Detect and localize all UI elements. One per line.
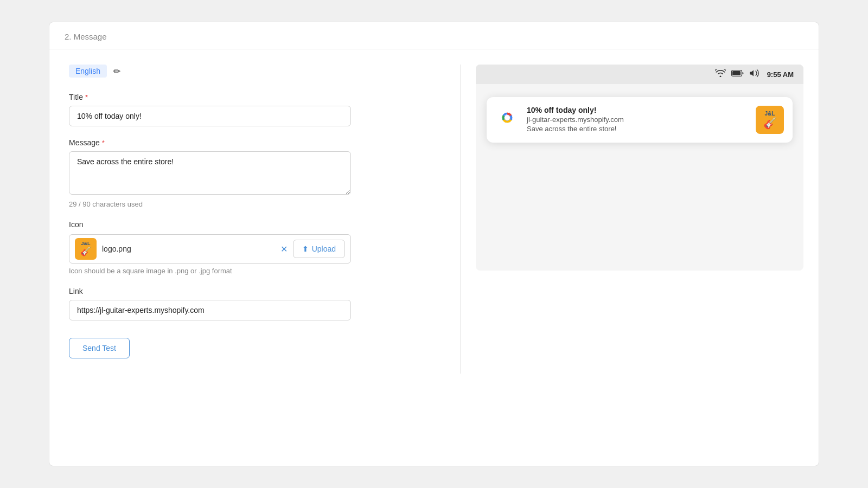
edit-icon[interactable]: ✏ <box>113 66 120 76</box>
battery-icon <box>731 69 744 79</box>
link-field-group: Link <box>69 287 441 320</box>
title-input[interactable] <box>69 106 351 126</box>
notification-message: Save across the entire store! <box>527 125 748 133</box>
message-label: Message * <box>69 138 441 147</box>
icon-thumbnail: J&L 🎸 <box>75 238 97 260</box>
status-icons <box>715 69 760 80</box>
notification-content: 10% off today only! jl-guitar-experts.my… <box>527 106 748 133</box>
language-badge[interactable]: English <box>69 65 107 78</box>
notification-logo: J&L 🎸 <box>756 106 784 134</box>
icon-filename: logo.png <box>102 245 275 253</box>
icon-remove-button[interactable]: ✕ <box>280 244 288 254</box>
phone-preview: 9:55 AM <box>476 65 803 271</box>
svg-rect-1 <box>732 71 741 75</box>
send-test-button[interactable]: Send Test <box>69 338 130 358</box>
notification-domain: jl-guitar-experts.myshopify.com <box>527 115 748 124</box>
title-field-group: Title * <box>69 93 441 126</box>
section-title: 2. Message <box>65 32 107 41</box>
upload-button[interactable]: ⬆ Upload <box>293 240 345 258</box>
icon-hint: Icon should be a square image in .png or… <box>69 267 441 275</box>
notification-title: 10% off today only! <box>527 106 748 114</box>
status-time: 9:55 AM <box>767 70 794 79</box>
char-count: 29 / 90 characters used <box>69 200 441 208</box>
message-input[interactable] <box>69 151 351 195</box>
language-row: English ✏ <box>69 65 441 78</box>
notification-card: 10% off today only! jl-guitar-experts.my… <box>487 97 793 143</box>
title-required-star: * <box>85 93 88 101</box>
link-label: Link <box>69 287 441 296</box>
icon-field-group: Icon J&L 🎸 logo.png ✕ ⬆ Upload <box>69 220 441 275</box>
volume-icon <box>750 69 760 80</box>
icon-label: Icon <box>69 220 441 229</box>
message-required-star: * <box>102 139 105 147</box>
upload-icon: ⬆ <box>302 245 309 253</box>
wifi-icon <box>715 69 726 79</box>
content-area: English ✏ Title * Message * 29 / 90 char… <box>49 49 819 389</box>
title-label: Title * <box>69 93 441 101</box>
main-card: 2. Message English ✏ Title * Message <box>49 22 819 466</box>
icon-upload-row: J&L 🎸 logo.png ✕ ⬆ Upload <box>69 234 351 264</box>
left-panel: English ✏ Title * Message * 29 / 90 char… <box>49 65 461 374</box>
link-input[interactable] <box>69 300 351 320</box>
chrome-icon <box>495 106 519 130</box>
svg-point-8 <box>505 115 510 120</box>
message-field-group: Message * 29 / 90 characters used <box>69 138 441 208</box>
status-bar: 9:55 AM <box>476 65 803 84</box>
section-header: 2. Message <box>49 22 819 49</box>
right-panel: 9:55 AM <box>461 65 819 374</box>
